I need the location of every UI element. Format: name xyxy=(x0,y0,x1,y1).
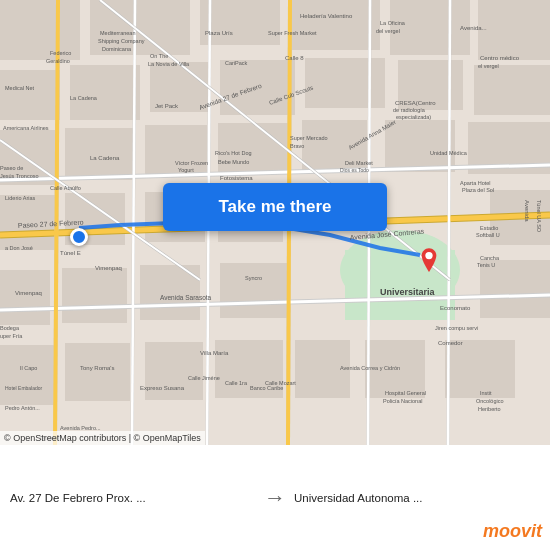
svg-text:Paseo de: Paseo de xyxy=(0,165,23,171)
svg-text:Fotosistema: Fotosistema xyxy=(220,175,253,181)
svg-text:Avenida: Avenida xyxy=(524,200,530,222)
svg-text:Víctor Frozen: Víctor Frozen xyxy=(175,160,208,166)
svg-rect-6 xyxy=(478,0,550,60)
svg-text:Universitaria: Universitaria xyxy=(380,287,436,297)
svg-text:Geraldino: Geraldino xyxy=(46,58,70,64)
moovit-logo-text: moovit xyxy=(483,521,542,542)
svg-text:Policía Nacional: Policía Nacional xyxy=(383,398,422,404)
svg-text:Americana Airlines: Americana Airlines xyxy=(3,125,49,131)
svg-rect-7 xyxy=(0,70,60,120)
map-area: Paseo 27 de Febrero Avenida 27 de Febrer… xyxy=(0,0,550,445)
svg-text:el vergel: el vergel xyxy=(478,63,499,69)
svg-text:Calle 1ra: Calle 1ra xyxy=(225,380,248,386)
svg-text:Syncro: Syncro xyxy=(245,275,262,281)
map-attribution: © OpenStreetMap contributors | © OpenMap… xyxy=(0,431,205,445)
svg-text:especializada): especializada) xyxy=(396,114,431,120)
svg-text:de radiología: de radiología xyxy=(393,107,426,113)
svg-text:Túnel UA SO: Túnel UA SO xyxy=(536,200,542,233)
svg-text:On The: On The xyxy=(150,53,168,59)
svg-text:Comedor: Comedor xyxy=(438,340,463,346)
svg-text:Dominicana: Dominicana xyxy=(102,46,132,52)
svg-rect-28 xyxy=(0,270,50,325)
svg-text:Avenida Sarasota: Avenida Sarasota xyxy=(160,294,212,301)
svg-text:Calle Ataúlfo: Calle Ataúlfo xyxy=(50,185,81,191)
svg-text:Pedro Antón...: Pedro Antón... xyxy=(5,405,40,411)
svg-text:Medical Net: Medical Net xyxy=(5,85,35,91)
svg-text:Oncológico: Oncológico xyxy=(476,398,504,404)
svg-text:Softball U: Softball U xyxy=(476,232,500,238)
svg-text:La Cadena: La Cadena xyxy=(70,95,98,101)
svg-text:Bravo: Bravo xyxy=(290,143,304,149)
destination-pin xyxy=(418,248,440,276)
svg-text:Calle 8: Calle 8 xyxy=(285,55,304,61)
svg-rect-5 xyxy=(390,0,470,55)
svg-text:Vimenpaq: Vimenpaq xyxy=(15,290,42,296)
svg-text:Super Mercado: Super Mercado xyxy=(290,135,328,141)
svg-rect-19 xyxy=(385,120,455,172)
svg-rect-31 xyxy=(220,263,290,318)
svg-rect-35 xyxy=(145,342,203,400)
svg-text:Estadio: Estadio xyxy=(480,225,498,231)
svg-rect-33 xyxy=(0,345,55,405)
svg-rect-34 xyxy=(65,343,130,401)
svg-text:Deli Market: Deli Market xyxy=(345,160,373,166)
svg-rect-17 xyxy=(218,123,290,173)
svg-rect-16 xyxy=(145,125,207,175)
svg-text:uper Fría: uper Fría xyxy=(0,333,23,339)
svg-text:La Cadena: La Cadena xyxy=(90,155,120,161)
svg-text:Villa María: Villa María xyxy=(200,350,229,356)
svg-text:CRESA(Centro: CRESA(Centro xyxy=(395,100,436,106)
route-arrow: → xyxy=(256,485,294,511)
svg-rect-4 xyxy=(290,0,380,50)
bottom-bar: Av. 27 De Febrero Prox. ... → Universida… xyxy=(0,445,550,550)
moovit-brand: moovit xyxy=(483,521,542,542)
origin-marker xyxy=(70,228,88,246)
svg-text:del vergel: del vergel xyxy=(376,28,400,34)
svg-text:Super Fresh Market: Super Fresh Market xyxy=(268,30,317,36)
svg-text:La Novia de Villa: La Novia de Villa xyxy=(148,61,190,67)
svg-text:CariPack: CariPack xyxy=(225,60,248,66)
svg-text:Calle Mozart: Calle Mozart xyxy=(265,380,296,386)
svg-text:Heladería Valentino: Heladería Valentino xyxy=(300,13,353,19)
svg-text:Jet Pack: Jet Pack xyxy=(155,103,179,109)
svg-text:Hotel Embalador: Hotel Embalador xyxy=(5,385,43,391)
svg-text:Heriberto: Heriberto xyxy=(478,406,501,412)
app-container: Paseo 27 de Febrero Avenida 27 de Febrer… xyxy=(0,0,550,550)
svg-text:Federico: Federico xyxy=(50,50,71,56)
svg-text:Bodega: Bodega xyxy=(0,325,20,331)
svg-text:Tenis U: Tenis U xyxy=(477,262,495,268)
svg-text:Hospital General: Hospital General xyxy=(385,390,426,396)
svg-rect-3 xyxy=(200,0,280,45)
svg-text:Avenida...: Avenida... xyxy=(460,25,487,31)
svg-text:a Don José: a Don José xyxy=(5,245,33,251)
svg-text:Dios es Todo: Dios es Todo xyxy=(340,167,369,173)
svg-text:Il Capo: Il Capo xyxy=(20,365,37,371)
svg-text:La Oficina: La Oficina xyxy=(380,20,406,26)
svg-text:Jiren compu servi: Jiren compu servi xyxy=(435,325,478,331)
svg-text:Expreso Susana: Expreso Susana xyxy=(140,385,185,391)
svg-text:Mediterranean: Mediterranean xyxy=(100,30,135,36)
svg-text:Shipping Company: Shipping Company xyxy=(98,38,145,44)
take-me-there-button[interactable]: Take me there xyxy=(163,183,387,231)
svg-text:Jesús Troncoso: Jesús Troncoso xyxy=(0,173,39,179)
svg-rect-29 xyxy=(62,268,127,323)
svg-rect-15 xyxy=(65,128,133,180)
svg-text:Centro médico: Centro médico xyxy=(480,55,520,61)
svg-text:Avenida Correa y Cidrón: Avenida Correa y Cidrón xyxy=(340,365,400,371)
svg-text:Bebe Mundo: Bebe Mundo xyxy=(218,159,249,165)
svg-text:Plaza Urís: Plaza Urís xyxy=(205,30,233,36)
svg-rect-11 xyxy=(305,58,385,108)
svg-text:Vimenpaq: Vimenpaq xyxy=(95,265,122,271)
svg-rect-32 xyxy=(480,260,550,318)
svg-text:Liderio Arias: Liderio Arias xyxy=(5,195,36,201)
svg-text:Unidad Médica: Unidad Médica xyxy=(430,150,468,156)
svg-text:Rico's Hot Dog: Rico's Hot Dog xyxy=(215,150,252,156)
svg-rect-13 xyxy=(474,65,550,115)
svg-text:Yogurt: Yogurt xyxy=(178,167,194,173)
svg-rect-8 xyxy=(70,65,140,120)
svg-text:Tony Roma's: Tony Roma's xyxy=(80,365,115,371)
svg-point-144 xyxy=(425,252,432,259)
from-label: Av. 27 De Febrero Prox. ... xyxy=(10,492,256,504)
svg-text:Plaza del Sol: Plaza del Sol xyxy=(462,187,494,193)
from-section: Av. 27 De Febrero Prox. ... xyxy=(10,492,256,504)
